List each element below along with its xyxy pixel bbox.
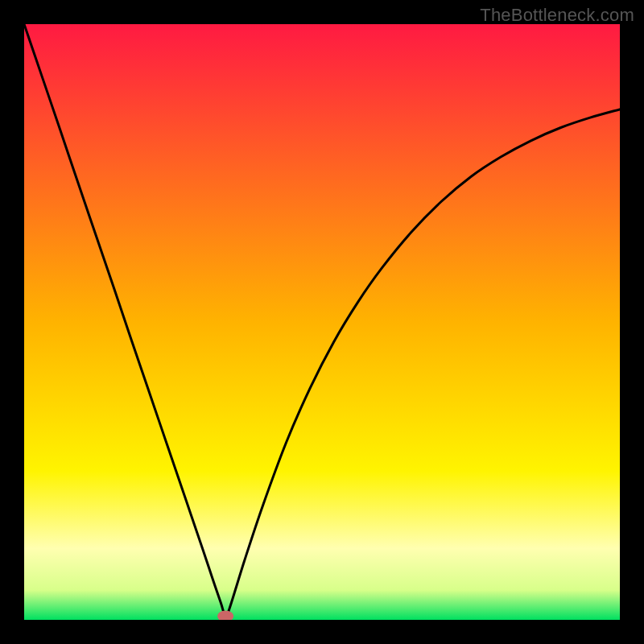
- watermark-text: TheBottleneck.com: [480, 5, 634, 26]
- chart-frame: TheBottleneck.com: [0, 0, 644, 644]
- chart-svg: [24, 24, 620, 620]
- plot-area: [24, 24, 620, 620]
- chart-background: [24, 24, 620, 620]
